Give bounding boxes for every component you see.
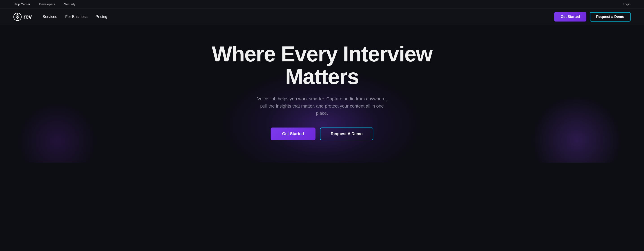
login-link[interactable]: Login <box>623 2 630 6</box>
top-bar-right: Login <box>623 2 630 6</box>
hero-buttons: Get Started Request A Demo <box>210 128 434 140</box>
hero-content: Where Every Interview Matters VoiceHub h… <box>210 43 434 140</box>
hero-request-demo-button[interactable]: Request A Demo <box>320 128 374 140</box>
svg-point-1 <box>17 16 18 17</box>
nav-get-started-button[interactable]: Get Started <box>554 12 586 21</box>
top-bar-links: Help Center Developers Security <box>14 2 76 6</box>
hero-subtitle: VoiceHub helps you work smarter. Capture… <box>255 95 389 117</box>
nav-left: rev Services For Business Pricing <box>14 13 107 21</box>
hero-title: Where Every Interview Matters <box>210 43 434 88</box>
security-link[interactable]: Security <box>64 2 76 6</box>
nav-right: Get Started Request a Demo <box>554 12 630 21</box>
hero-get-started-button[interactable]: Get Started <box>270 128 316 140</box>
logo[interactable]: rev <box>14 13 32 21</box>
developers-link[interactable]: Developers <box>39 2 55 6</box>
hero-bg-blob-left <box>18 102 96 163</box>
top-bar: Help Center Developers Security Login <box>0 0 644 9</box>
help-center-link[interactable]: Help Center <box>14 2 30 6</box>
nav-for-business-link[interactable]: For Business <box>65 14 88 19</box>
hero-section: Where Every Interview Matters VoiceHub h… <box>0 25 644 163</box>
nav-links: Services For Business Pricing <box>43 14 107 19</box>
nav-pricing-link[interactable]: Pricing <box>96 14 107 19</box>
rev-logo-icon <box>14 13 22 21</box>
logo-text: rev <box>23 13 32 20</box>
nav-services-link[interactable]: Services <box>43 14 57 19</box>
main-nav: rev Services For Business Pricing Get St… <box>0 9 644 25</box>
nav-request-demo-button[interactable]: Request a Demo <box>590 12 630 21</box>
